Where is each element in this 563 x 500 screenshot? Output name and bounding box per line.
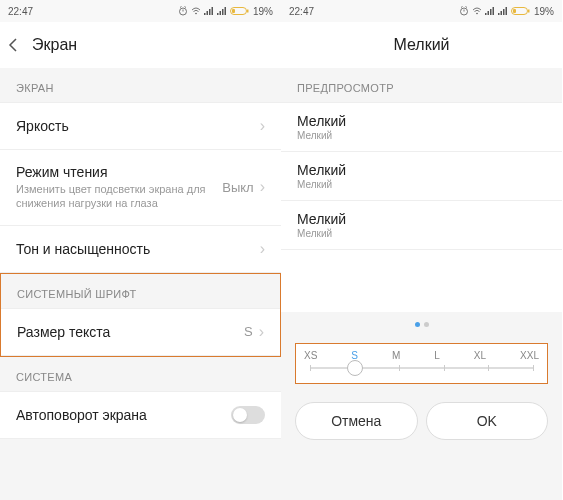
battery-icon <box>511 6 531 16</box>
section-system: СИСТЕМА <box>0 357 281 391</box>
chevron-right-icon: › <box>260 240 265 258</box>
svg-rect-5 <box>204 13 206 15</box>
preview-item: Мелкий Мелкий <box>281 200 562 249</box>
size-m: M <box>392 350 400 361</box>
dot <box>424 322 429 327</box>
svg-rect-6 <box>206 11 208 15</box>
page-indicator <box>281 312 562 337</box>
svg-rect-12 <box>224 7 226 15</box>
tone-label: Тон и насыщенность <box>16 241 260 257</box>
svg-rect-22 <box>487 11 489 15</box>
item-autorotate[interactable]: Автоповорот экрана <box>0 391 281 438</box>
back-button[interactable] <box>8 37 32 53</box>
brightness-label: Яркость <box>16 118 260 134</box>
preview-list: Мелкий Мелкий Мелкий Мелкий Мелкий Мелки… <box>281 102 562 250</box>
chevron-right-icon: › <box>260 117 265 135</box>
autorotate-label: Автоповорот экрана <box>16 407 231 423</box>
size-slider[interactable]: XS S M L XL XXL <box>295 343 548 384</box>
svg-rect-31 <box>513 9 516 13</box>
svg-rect-15 <box>232 9 235 13</box>
reading-value: Выкл <box>222 180 253 195</box>
reading-sub: Изменить цвет подсветки экрана для сниже… <box>16 182 216 211</box>
slider-thumb[interactable] <box>347 360 363 376</box>
header: Экран <box>0 22 281 68</box>
svg-point-4 <box>195 13 197 15</box>
size-xl: XL <box>474 350 486 361</box>
item-brightness[interactable]: Яркость › <box>0 102 281 149</box>
preview-title: Мелкий <box>297 211 546 227</box>
svg-rect-24 <box>492 7 494 15</box>
text-size-value: S <box>244 324 253 339</box>
autorotate-toggle[interactable] <box>231 406 265 424</box>
highlighted-section: СИСТЕМНЫЙ ШРИФТ Размер текста S › <box>0 273 281 357</box>
text-size-label: Размер текста <box>17 324 244 340</box>
signal-icon-2 <box>217 6 227 16</box>
preview-item: Мелкий Мелкий <box>281 102 562 151</box>
svg-line-19 <box>465 7 467 8</box>
svg-rect-28 <box>505 7 507 15</box>
svg-rect-26 <box>500 11 502 15</box>
preview-title: Мелкий <box>297 162 546 178</box>
status-icons: 19% <box>459 6 554 17</box>
reading-label: Режим чтения <box>16 164 222 180</box>
button-row: Отмена OK <box>281 390 562 452</box>
svg-point-20 <box>476 13 478 15</box>
svg-rect-27 <box>503 9 505 15</box>
settings-screen: 22:47 19% Экран ЭКРАН Яркость › Режим чт… <box>0 0 281 500</box>
chevron-right-icon: › <box>260 178 265 196</box>
cancel-button[interactable]: Отмена <box>295 402 418 440</box>
preview-sub: Мелкий <box>297 179 546 190</box>
svg-rect-14 <box>247 10 249 13</box>
alarm-icon <box>178 6 188 16</box>
svg-rect-30 <box>528 10 530 13</box>
svg-rect-23 <box>490 9 492 15</box>
fontsize-screen: 22:47 19% Мелкий ПРЕДПРОСМОТР Мелкий Мел… <box>281 0 562 500</box>
empty-space <box>281 250 562 312</box>
svg-line-3 <box>184 7 186 8</box>
page-title: Экран <box>32 36 77 54</box>
svg-line-2 <box>180 7 182 8</box>
svg-rect-9 <box>217 13 219 15</box>
svg-rect-11 <box>222 9 224 15</box>
item-reading-mode[interactable]: Режим чтения Изменить цвет подсветки экр… <box>0 149 281 225</box>
svg-rect-25 <box>498 13 500 15</box>
section-font: СИСТЕМНЫЙ ШРИФТ <box>1 274 280 308</box>
size-xs: XS <box>304 350 317 361</box>
item-text-size[interactable]: Размер текста S › <box>1 308 280 355</box>
signal-icon <box>485 6 495 16</box>
svg-rect-21 <box>485 13 487 15</box>
page-title: Мелкий <box>393 36 449 54</box>
svg-rect-7 <box>209 9 211 15</box>
size-xxl: XXL <box>520 350 539 361</box>
dot-active <box>415 322 420 327</box>
slider-track[interactable] <box>310 367 533 369</box>
status-time: 22:47 <box>289 6 314 17</box>
preview-item: Мелкий Мелкий <box>281 151 562 200</box>
preview-sub: Мелкий <box>297 228 546 239</box>
status-icons: 19% <box>178 6 273 17</box>
battery-pct: 19% <box>534 6 554 17</box>
svg-line-18 <box>461 7 463 8</box>
statusbar: 22:47 19% <box>281 0 562 22</box>
svg-rect-8 <box>211 7 213 15</box>
preview-sub: Мелкий <box>297 130 546 141</box>
chevron-left-icon <box>8 37 18 53</box>
battery-icon <box>230 6 250 16</box>
size-l: L <box>434 350 440 361</box>
alarm-icon <box>459 6 469 16</box>
section-screen: ЭКРАН <box>0 68 281 102</box>
wifi-icon <box>191 6 201 16</box>
status-time: 22:47 <box>8 6 33 17</box>
signal-icon-2 <box>498 6 508 16</box>
chevron-right-icon: › <box>259 323 264 341</box>
item-tone[interactable]: Тон и насыщенность › <box>0 225 281 272</box>
ok-button[interactable]: OK <box>426 402 549 440</box>
header: Мелкий <box>281 22 562 68</box>
wifi-icon <box>472 6 482 16</box>
signal-icon <box>204 6 214 16</box>
slider-labels: XS S M L XL XXL <box>304 350 539 361</box>
section-preview: ПРЕДПРОСМОТР <box>281 68 562 102</box>
preview-title: Мелкий <box>297 113 546 129</box>
battery-pct: 19% <box>253 6 273 17</box>
svg-rect-10 <box>219 11 221 15</box>
